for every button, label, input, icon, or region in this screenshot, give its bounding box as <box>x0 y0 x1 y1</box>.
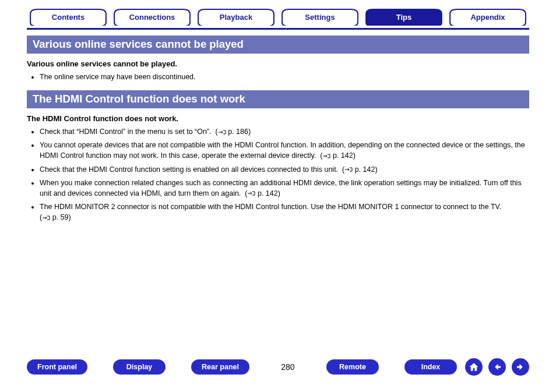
prev-page-button[interactable] <box>488 358 506 376</box>
ref-text: p. 142 <box>258 189 278 197</box>
tab-appendix[interactable]: Appendix <box>446 8 529 26</box>
page-ref[interactable]: ( p. 142) <box>243 189 280 197</box>
list-item: When you make connection related changes… <box>40 178 529 199</box>
tab-tips[interactable]: Tips <box>363 8 445 26</box>
item-text: The HDMI MONITOR 2 connector is not comp… <box>40 203 501 211</box>
tab-label: Tips <box>396 13 412 22</box>
pointer-icon <box>247 190 255 196</box>
list-item: Check that the HDMI Control function set… <box>40 164 529 175</box>
page-ref[interactable]: ( p. 142) <box>340 165 378 174</box>
tab-playback[interactable]: Playback <box>195 8 277 26</box>
section1-title-bar: Various online services cannot be played <box>27 36 529 54</box>
top-tabs: Contents Connections Playback Settings T… <box>27 8 529 26</box>
page-ref[interactable]: ( p. 186) <box>213 128 251 136</box>
ref-text: p. 186 <box>228 128 248 136</box>
tab-label: Appendix <box>470 13 505 22</box>
tab-settings[interactable]: Settings <box>279 8 361 26</box>
tab-label: Settings <box>305 13 335 22</box>
pointer-icon <box>344 167 353 172</box>
page-ref[interactable]: ( p. 59) <box>40 213 71 221</box>
item-text: Check that the HDMI Control function set… <box>40 165 338 174</box>
tab-underline <box>27 28 529 30</box>
remote-button[interactable]: Remote <box>326 359 379 375</box>
tab-contents[interactable]: Contents <box>27 8 110 26</box>
page-number: 280 <box>275 362 301 372</box>
pointer-icon <box>42 215 50 221</box>
index-button[interactable]: Index <box>404 359 457 375</box>
item-text: You cannot operate devices that are not … <box>40 141 525 160</box>
section1-list: The online service may have been discont… <box>27 72 529 82</box>
pointer-icon <box>322 153 330 159</box>
tab-connections[interactable]: Connections <box>111 8 193 26</box>
footer: Front panel Display Rear panel 280 Remot… <box>27 358 529 376</box>
ref-text: p. 142 <box>355 165 375 174</box>
section2-subtitle: The HDMI Control function does not work. <box>27 114 529 123</box>
section1-subtitle: Various online services cannot be played… <box>27 59 529 68</box>
list-item: You cannot operate devices that are not … <box>40 140 529 161</box>
arrow-right-icon <box>515 362 526 372</box>
next-page-button[interactable] <box>512 358 529 376</box>
front-panel-button[interactable]: Front panel <box>27 359 87 375</box>
tab-label: Contents <box>52 13 85 22</box>
home-button[interactable] <box>465 358 483 376</box>
tab-label: Connections <box>129 13 175 22</box>
pointer-icon <box>218 129 226 135</box>
ref-text: p. 59 <box>52 213 69 221</box>
home-icon <box>469 362 479 372</box>
list-item: Check that “HDMI Control” in the menu is… <box>40 126 529 137</box>
section2-list: Check that “HDMI Control” in the menu is… <box>27 126 529 223</box>
list-item: The online service may have been discont… <box>40 72 529 82</box>
tab-label: Playback <box>220 13 252 22</box>
item-text: When you make connection related changes… <box>40 179 522 197</box>
section2-title-bar: The HDMI Control function does not work <box>27 90 529 108</box>
item-text: Check that “HDMI Control” in the menu is… <box>40 128 212 136</box>
arrow-left-icon <box>492 362 502 372</box>
page-ref[interactable]: ( p. 142) <box>318 151 356 160</box>
rear-panel-button[interactable]: Rear panel <box>191 359 249 375</box>
list-item: The HDMI MONITOR 2 connector is not comp… <box>40 202 529 223</box>
ref-text: p. 142 <box>333 151 353 160</box>
display-button[interactable]: Display <box>113 359 166 375</box>
